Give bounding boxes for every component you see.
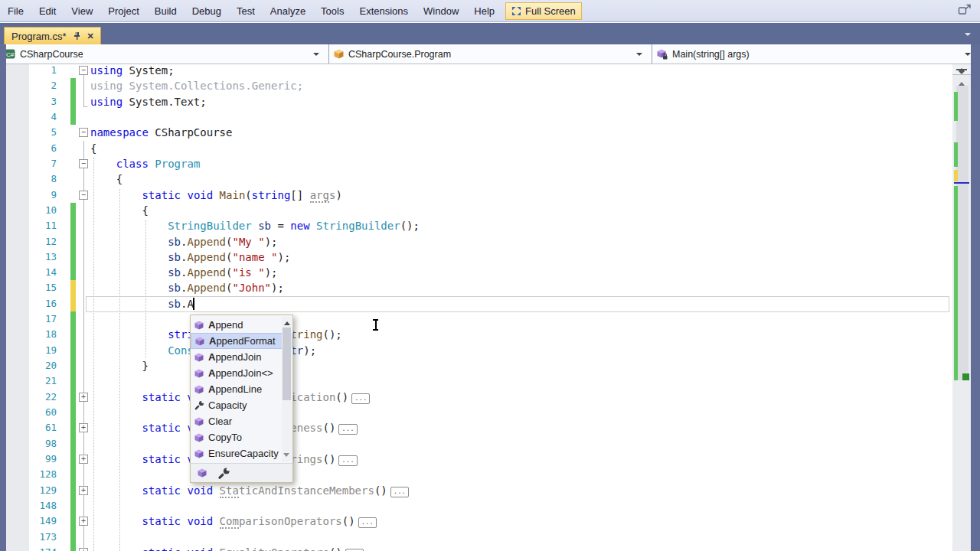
- filter-property-button[interactable]: [217, 467, 230, 479]
- collapse-icon[interactable]: −: [79, 159, 88, 168]
- feedback-icon[interactable]: [957, 4, 972, 18]
- code-line[interactable]: 3using System.Text;: [6, 94, 952, 110]
- line-number[interactable]: 98: [23, 436, 57, 452]
- code-line[interactable]: 128: [6, 467, 952, 483]
- code-line[interactable]: 22+ static void StringModification()...: [6, 390, 952, 406]
- line-number[interactable]: 8: [23, 171, 57, 187]
- code-line[interactable]: 18 string str = sb.ToString();: [6, 327, 952, 343]
- line-number[interactable]: 128: [23, 467, 57, 482]
- line-number[interactable]: 16: [23, 296, 57, 311]
- tab-program-cs[interactable]: Program.cs* ✕: [4, 27, 101, 44]
- line-number[interactable]: 3: [23, 94, 57, 109]
- code-line[interactable]: 11 StringBuilder sb = new StringBuilder(…: [6, 218, 952, 234]
- expand-icon[interactable]: +: [79, 548, 88, 551]
- code-line[interactable]: 14 sb.Append("is ");: [6, 265, 952, 281]
- code-line[interactable]: 4: [6, 109, 952, 126]
- project-dropdown[interactable]: C# CSharpCourse: [0, 44, 329, 64]
- code-line[interactable]: 98: [6, 436, 952, 452]
- collapse-icon[interactable]: −: [79, 66, 88, 75]
- collapse-icon[interactable]: −: [79, 128, 88, 137]
- collapse-icon[interactable]: −: [79, 191, 88, 200]
- tab-list-dropdown-icon[interactable]: [965, 33, 971, 39]
- pin-icon[interactable]: [73, 31, 81, 41]
- completion-scrollbar[interactable]: [282, 317, 292, 461]
- code-line[interactable]: 17: [6, 311, 952, 328]
- code-line[interactable]: 61+ static void StringUniqueness()...: [6, 420, 952, 436]
- scrollbar-thumb[interactable]: [956, 86, 969, 380]
- code-line[interactable]: 19 Console.WriteLine(str);: [6, 343, 952, 359]
- menu-item-help[interactable]: Help: [466, 0, 502, 22]
- menu-item-debug[interactable]: Debug: [185, 0, 229, 22]
- line-number[interactable]: 148: [23, 498, 57, 514]
- code-line[interactable]: 149+ static void ComparisonOperators()..…: [6, 514, 952, 530]
- menu-item-view[interactable]: View: [64, 0, 100, 22]
- code-line[interactable]: 9− static void Main(string[] args): [6, 187, 952, 204]
- line-number[interactable]: 4: [23, 109, 57, 125]
- line-number[interactable]: 149: [23, 514, 57, 529]
- line-number[interactable]: 12: [23, 234, 57, 249]
- code-line[interactable]: 60: [6, 405, 952, 421]
- collapsed-region-box[interactable]: ...: [351, 393, 370, 404]
- line-number[interactable]: 14: [23, 265, 57, 280]
- collapsed-region-box[interactable]: ...: [338, 455, 357, 466]
- completion-item[interactable]: AppendFormat: [191, 333, 292, 349]
- code-line[interactable]: 7− class Program: [6, 156, 952, 172]
- code-line[interactable]: 16 sb.A: [6, 296, 952, 312]
- line-number[interactable]: 9: [23, 187, 57, 203]
- expand-icon[interactable]: +: [79, 517, 88, 526]
- close-icon[interactable]: ✕: [87, 31, 94, 41]
- line-number[interactable]: 20: [23, 358, 57, 373]
- code-line[interactable]: 99+ static void ComparingStrings()...: [6, 452, 952, 468]
- line-number[interactable]: 11: [23, 218, 57, 233]
- completion-item[interactable]: Capacity: [191, 397, 292, 413]
- expand-icon[interactable]: +: [79, 455, 88, 464]
- completion-item[interactable]: EnsureCapacity: [191, 445, 292, 461]
- code-line[interactable]: 20 }: [6, 358, 952, 374]
- menu-item-file[interactable]: File: [0, 0, 31, 22]
- line-number[interactable]: 21: [23, 373, 57, 389]
- line-number[interactable]: 18: [23, 327, 57, 342]
- code-editor[interactable]: 1−using System;2using System.Collections…: [6, 64, 952, 551]
- line-number[interactable]: 7: [23, 156, 57, 171]
- code-line[interactable]: 13 sb.Append("name ");: [6, 249, 952, 266]
- code-line[interactable]: 148: [6, 498, 952, 514]
- completion-item[interactable]: Append: [191, 317, 292, 333]
- code-line[interactable]: 6{: [6, 141, 952, 157]
- line-number[interactable]: 174: [23, 545, 57, 551]
- code-line[interactable]: 12 sb.Append("My ");: [6, 234, 952, 250]
- menu-item-tools[interactable]: Tools: [313, 0, 351, 22]
- completion-scrollbar-thumb[interactable]: [283, 328, 291, 400]
- line-number[interactable]: 173: [23, 530, 57, 545]
- line-number[interactable]: 60: [23, 405, 57, 420]
- menu-item-project[interactable]: Project: [100, 0, 146, 22]
- code-line[interactable]: 21: [6, 373, 952, 390]
- line-number[interactable]: 2: [23, 78, 57, 93]
- member-dropdown[interactable]: Main(string[] args): [652, 44, 980, 64]
- code-line[interactable]: 8 {: [6, 171, 952, 187]
- code-line[interactable]: 5−namespace CSharpCourse: [6, 125, 952, 141]
- line-number[interactable]: 129: [23, 483, 57, 498]
- menu-item-build[interactable]: Build: [147, 0, 185, 22]
- line-number[interactable]: 6: [23, 141, 57, 156]
- line-number[interactable]: 10: [23, 203, 57, 218]
- code-line[interactable]: 174+ static void EqualityOperators()...: [6, 545, 952, 551]
- code-line[interactable]: 173: [6, 530, 952, 546]
- menu-item-window[interactable]: Window: [416, 0, 466, 22]
- code-line[interactable]: 129+ static void StaticAndInstanceMember…: [6, 483, 952, 499]
- code-line[interactable]: 2using System.Collections.Generic;: [6, 78, 952, 94]
- menu-item-edit[interactable]: Edit: [31, 0, 64, 22]
- code-line[interactable]: 1−using System;: [6, 64, 952, 79]
- collapsed-region-box[interactable]: ...: [338, 424, 357, 435]
- menu-item-extensions[interactable]: Extensions: [351, 0, 416, 22]
- type-dropdown[interactable]: CSharpCourse.Program: [329, 44, 652, 64]
- collapsed-region-box[interactable]: ...: [358, 517, 377, 528]
- completion-item[interactable]: AppendLine: [191, 381, 292, 397]
- menu-item-analyze[interactable]: Analyze: [263, 0, 313, 22]
- line-number[interactable]: 61: [23, 420, 57, 435]
- filter-method-button[interactable]: [197, 468, 207, 478]
- line-number[interactable]: 5: [23, 125, 57, 140]
- editor-splitter-handle[interactable]: [952, 64, 971, 75]
- scroll-up-arrow-icon[interactable]: [284, 318, 290, 325]
- line-number[interactable]: 99: [23, 452, 57, 467]
- expand-icon[interactable]: +: [79, 393, 88, 402]
